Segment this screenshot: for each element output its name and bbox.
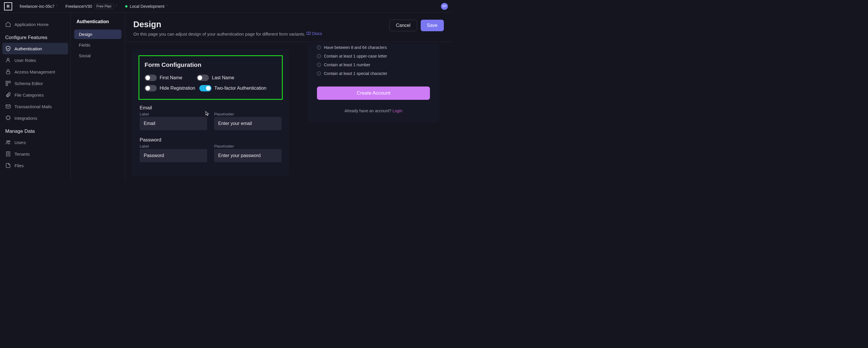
sidebar-label: Users	[14, 140, 26, 145]
main: Design On this page you can adjust desig…	[125, 13, 452, 181]
sidebar: Application Home Configure Features Auth…	[0, 13, 71, 181]
users-icon	[5, 139, 11, 145]
chevron-updown-icon: ˄˅	[116, 5, 117, 7]
svg-rect-8	[6, 152, 10, 156]
requirement-item: iHave between 8 and 64 characters	[317, 43, 430, 52]
sidebar-section-manage: Manage Data	[0, 124, 70, 137]
subnav-item-design[interactable]: Design	[74, 30, 121, 39]
toggle-two-factor: Two-factor Authentication	[199, 85, 267, 92]
field-block-title: Password	[140, 137, 282, 143]
sidebar-item-integrations[interactable]: Integrations	[0, 112, 70, 124]
field-label-caption: Label	[140, 112, 207, 116]
paperclip-icon	[5, 92, 11, 98]
sidebar-label: Tenants	[14, 151, 30, 156]
plan-badge: Free Plan	[94, 4, 114, 9]
building-icon	[5, 151, 11, 157]
sidebar-label: File Categories	[14, 93, 44, 98]
toggle-switch[interactable]	[145, 75, 157, 81]
file-icon	[5, 163, 11, 168]
toggle-label: Hide Registration	[160, 85, 195, 91]
toggle-switch[interactable]	[197, 75, 209, 81]
cancel-button[interactable]: Cancel	[390, 20, 417, 31]
svg-rect-4	[6, 84, 8, 85]
sidebar-item-authentication[interactable]: Authentication	[2, 43, 68, 55]
create-account-button[interactable]: Create Account	[317, 86, 430, 100]
app-switcher[interactable]: FreelancerV30 Free Plan ˄˅	[65, 4, 117, 9]
sidebar-label: User Roles	[14, 58, 36, 63]
user-icon	[5, 57, 11, 63]
save-button[interactable]: Save	[421, 20, 444, 31]
sidebar-label: Integrations	[14, 116, 37, 120]
sidebar-label: Application Home	[14, 22, 49, 27]
info-icon: i	[317, 71, 321, 75]
sidebar-section-configure: Configure Features	[0, 30, 70, 43]
toggle-hide-registration: Hide Registration	[145, 85, 195, 92]
schema-icon	[5, 80, 11, 86]
info-icon: i	[317, 54, 321, 58]
sidebar-item-schema-editor[interactable]: Schema Editor	[0, 77, 70, 89]
sidebar-item-access-management[interactable]: Access Management	[0, 66, 70, 77]
sidebar-label: Access Management	[14, 69, 55, 74]
subnav-item-fields[interactable]: Fields	[74, 40, 121, 50]
requirement-item: iContain at least 1 upper-case letter	[317, 52, 430, 61]
puzzle-icon	[5, 115, 11, 121]
sidebar-item-files[interactable]: Files	[0, 160, 70, 171]
toggle-last-name: Last Name	[197, 75, 234, 81]
preview-panel: iHave between 8 and 64 characters iConta…	[308, 43, 439, 123]
env-name: Local Development	[130, 4, 164, 9]
env-switcher[interactable]: Local Development ˄˅	[125, 4, 167, 9]
org-switcher[interactable]: freelancer-inc-05c7 ˄˅	[20, 4, 57, 9]
sidebar-item-user-roles[interactable]: User Roles	[0, 55, 70, 66]
password-label-input[interactable]	[140, 149, 207, 162]
requirement-item: iContain at least 1 special character	[317, 69, 430, 78]
field-label-caption: Label	[140, 144, 207, 148]
subnav-item-social[interactable]: Social	[74, 51, 121, 61]
login-link[interactable]: Login	[393, 108, 402, 113]
field-block-title: Email	[140, 105, 282, 111]
svg-point-7	[9, 141, 10, 142]
book-icon	[307, 31, 311, 36]
content: Form Configuration First Name Last Name	[125, 42, 452, 181]
toggle-switch[interactable]	[145, 85, 157, 92]
sidebar-label: Schema Editor	[14, 81, 43, 86]
email-label-input[interactable]	[140, 117, 207, 130]
chevron-updown-icon: ˄˅	[56, 5, 57, 7]
svg-point-0	[7, 58, 9, 60]
sidebar-item-home[interactable]: Application Home	[0, 19, 70, 30]
password-placeholder-input[interactable]	[214, 149, 282, 162]
password-requirements-list: iHave between 8 and 64 characters iConta…	[317, 43, 430, 78]
docs-link[interactable]: Docs	[307, 31, 322, 36]
requirement-text: Contain at least 1 special character	[324, 71, 388, 76]
svg-rect-1	[6, 71, 10, 74]
sidebar-item-users[interactable]: Users	[0, 137, 70, 148]
page-title: Design	[133, 20, 322, 29]
sidebar-item-transactional-mails[interactable]: Transactional Mails	[0, 101, 70, 112]
sidebar-item-tenants[interactable]: Tenants	[0, 148, 70, 160]
shield-icon	[5, 46, 11, 51]
field-placeholder-caption: Placeholder	[214, 144, 282, 148]
toggle-label: First Name	[160, 75, 182, 80]
app-name: FreelancerV30	[65, 4, 92, 9]
avatar[interactable]: EP	[441, 3, 448, 10]
status-dot-icon	[125, 5, 127, 7]
sidebar-label: Transactional Mails	[14, 104, 52, 109]
main-header: Design On this page you can adjust desig…	[125, 13, 452, 42]
svg-point-6	[7, 141, 8, 142]
form-config-title: Form Configuration	[145, 61, 277, 68]
requirement-text: Have between 8 and 64 characters	[324, 45, 387, 50]
subnav: Authentication Design Fields Social	[71, 13, 125, 181]
toggle-switch[interactable]	[199, 85, 212, 92]
sidebar-label: Files	[14, 163, 24, 168]
app-logo[interactable]: R	[4, 2, 12, 10]
mail-icon	[5, 104, 11, 109]
requirement-text: Contain at least 1 number	[324, 63, 370, 67]
topbar: R freelancer-inc-05c7 ˄˅ FreelancerV30 F…	[0, 0, 452, 13]
info-icon: i	[317, 63, 321, 67]
home-icon	[5, 22, 11, 27]
org-name: freelancer-inc-05c7	[20, 4, 55, 9]
sidebar-item-file-categories[interactable]: File Categories	[0, 89, 70, 101]
toggle-label: Two-factor Authentication	[214, 85, 267, 91]
login-prompt: Already have an account? Login	[317, 108, 430, 113]
chevron-updown-icon: ˄˅	[166, 5, 167, 7]
email-placeholder-input[interactable]	[214, 117, 282, 130]
